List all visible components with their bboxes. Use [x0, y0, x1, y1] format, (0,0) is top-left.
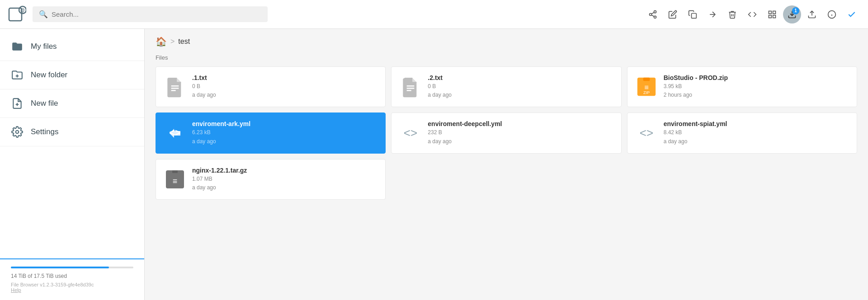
sidebar-item-new-file[interactable]: New file [0, 89, 144, 118]
file-size: 0 B [192, 83, 200, 89]
sidebar-item-my-files[interactable]: My files [0, 33, 144, 61]
move-button[interactable] [703, 5, 722, 23]
text-file-icon [164, 76, 186, 98]
file-modified: a day ago [192, 92, 216, 98]
file-size: 1.07 MB [192, 176, 212, 182]
svg-point-3 [654, 10, 656, 13]
svg-rect-8 [692, 13, 697, 18]
code-file-icon: <> [164, 123, 186, 143]
svg-point-23 [16, 131, 19, 134]
file-info: .1.txt 0 B a day ago [192, 74, 377, 99]
info-button[interactable] [823, 5, 841, 23]
code-view-button[interactable] [743, 5, 761, 23]
file-name: enviroment-deepcell.yml [428, 120, 613, 127]
file-info: nginx-1.22.1.tar.gz 1.07 MB a day ago [192, 167, 377, 192]
header-actions: 1 [644, 5, 861, 23]
file-card-1txt[interactable]: .1.txt 0 B a day ago [156, 66, 386, 107]
files-grid: .1.txt 0 B a day ago .2.txt 0 B a day ag [156, 66, 857, 200]
file-card-2txt[interactable]: .2.txt 0 B a day ago [391, 66, 621, 107]
svg-rect-12 [769, 15, 772, 18]
file-meta: 0 B a day ago [428, 82, 613, 99]
home-icon[interactable]: 🏠 [156, 36, 167, 47]
svg-point-4 [650, 13, 652, 15]
file-size: 3.95 kB [664, 83, 682, 89]
file-modified: a day ago [192, 138, 216, 145]
check-button[interactable] [843, 5, 861, 23]
sidebar: My files New folder New file [0, 29, 145, 300]
svg-line-7 [651, 12, 654, 14]
file-meta: 6.23 kB a day ago [192, 128, 377, 145]
sidebar-item-new-folder-label: New folder [31, 70, 67, 80]
delete-button[interactable] [723, 5, 741, 23]
file-meta: 8.42 kB a day ago [664, 128, 849, 145]
svg-rect-31 [643, 78, 650, 81]
file-info: BioStudio - PROD.zip 3.95 kB 2 hours ago [664, 74, 849, 99]
download-button[interactable]: 1 [783, 5, 801, 23]
file-name: nginx-1.22.1.tar.gz [192, 167, 377, 174]
file-size: 0 B [428, 83, 436, 89]
sidebar-item-my-files-label: My files [31, 42, 57, 51]
sidebar-nav: My files New folder New file [0, 29, 144, 258]
file-info: .2.txt 0 B a day ago [428, 74, 613, 99]
file-modified: a day ago [192, 184, 216, 191]
file-card-ark-yml[interactable]: <> enviroment-ark.yml 6.23 kB a day ago [156, 112, 386, 153]
sidebar-item-new-file-label: New file [31, 99, 58, 108]
upload-button[interactable] [803, 5, 821, 23]
search-input[interactable] [52, 10, 261, 18]
svg-point-5 [654, 16, 656, 18]
new-folder-icon [11, 69, 24, 81]
settings-icon [11, 126, 24, 138]
files-section-title: Files [156, 54, 857, 61]
file-info: enviroment-ark.yml 6.23 kB a day ago [192, 120, 377, 145]
folder-icon [11, 41, 24, 52]
grid-button[interactable] [763, 5, 781, 23]
breadcrumb-current: test [178, 38, 190, 46]
app-logo: @ [7, 5, 27, 24]
main-content: 🏠 > test Files .1.txt 0 B a day ago [145, 29, 868, 300]
edit-button[interactable] [664, 5, 682, 23]
share-button[interactable] [644, 5, 662, 23]
file-card-deepcell-yml[interactable]: <> enviroment-deepcell.yml 232 B a day a… [391, 112, 621, 153]
svg-text:<>: <> [169, 127, 181, 138]
new-file-icon [11, 98, 24, 109]
file-card-spiat-yml[interactable]: <> enviroment-spiat.yml 8.42 kB a day ag… [627, 112, 857, 153]
search-bar[interactable]: 🔍 [33, 6, 268, 22]
file-size: 8.42 kB [664, 129, 682, 136]
file-name: .1.txt [192, 74, 377, 81]
storage-used-text: 14 TiB of 17.5 TiB used [11, 273, 133, 279]
file-info: enviroment-deepcell.yml 232 B a day ago [428, 120, 613, 145]
download-badge: 1 [792, 7, 799, 14]
file-card-nginx-tar[interactable]: ≡ nginx-1.22.1.tar.gz 1.07 MB a day ago [156, 159, 386, 200]
sidebar-item-settings[interactable]: Settings [0, 118, 144, 146]
copy-button[interactable] [684, 5, 702, 23]
help-link[interactable]: Help [11, 287, 21, 293]
file-name: .2.txt [428, 74, 613, 81]
svg-rect-10 [769, 11, 772, 14]
file-meta: 3.95 kB 2 hours ago [664, 82, 849, 99]
svg-text:<>: <> [639, 126, 653, 140]
archive-file-icon: ≡ [164, 169, 186, 190]
file-card-biostudio-zip[interactable]: ≡ ZIP BioStudio - PROD.zip 3.95 kB 2 hou… [627, 66, 857, 107]
code-file-icon: <> [400, 123, 421, 143]
zip-file-icon: ≡ ZIP [636, 76, 657, 98]
main-layout: My files New folder New file [0, 29, 868, 300]
svg-text:<>: <> [404, 126, 417, 140]
file-modified: a day ago [664, 138, 688, 145]
svg-text:≡: ≡ [173, 177, 178, 186]
file-name: enviroment-ark.yml [192, 120, 377, 127]
svg-line-6 [651, 15, 654, 16]
file-size: 6.23 kB [192, 129, 211, 136]
breadcrumb: 🏠 > test [156, 36, 857, 47]
file-modified: a day ago [428, 138, 452, 145]
code-file-icon: <> [636, 123, 657, 143]
svg-rect-0 [9, 8, 22, 21]
search-icon: 🔍 [39, 10, 48, 19]
sidebar-footer: 14 TiB of 17.5 TiB used File Browser v1.… [0, 258, 144, 300]
file-size: 232 B [428, 129, 442, 136]
file-name: enviroment-spiat.yml [664, 120, 849, 127]
version-text: File Browser v1.2.3-3159-gfe4e8d39c Help [11, 282, 133, 293]
sidebar-item-settings-label: Settings [31, 127, 58, 136]
file-modified: 2 hours ago [664, 92, 692, 98]
sidebar-item-new-folder[interactable]: New folder [0, 61, 144, 89]
text-file-icon [400, 76, 421, 98]
